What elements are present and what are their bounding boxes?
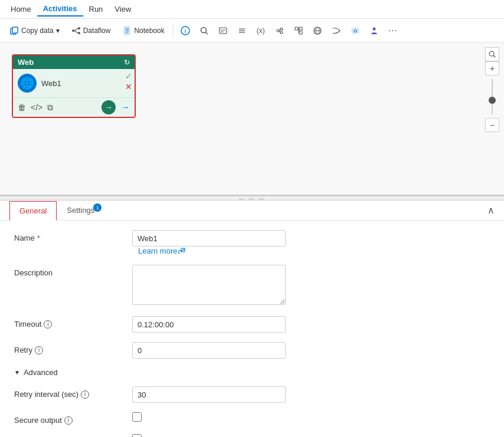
node-delete-icon[interactable]: 🗑: [18, 103, 26, 112]
bottom-panel: General Settings 1 ∧ Name * Learn more: [0, 201, 504, 437]
retry-row: Retry i: [14, 342, 490, 359]
globe-toolbar-icon[interactable]: [309, 22, 326, 39]
node-footer: 🗑 </> ⧉ → →: [13, 97, 135, 117]
description-label: Description: [14, 265, 132, 277]
svg-point-23: [280, 31, 283, 34]
advanced-toggle[interactable]: ▼ Advanced: [14, 368, 490, 377]
teams-toolbar-icon[interactable]: [366, 22, 382, 39]
secure-output-info-icon[interactable]: i: [64, 416, 73, 425]
name-input[interactable]: [132, 230, 286, 247]
stream-toolbar-icon[interactable]: [328, 22, 345, 39]
secure-input-control: [132, 434, 490, 437]
tab-general[interactable]: General: [9, 201, 57, 221]
retry-control: [132, 342, 490, 359]
zoom-slider[interactable]: [492, 77, 493, 117]
node-copy-icon[interactable]: ⧉: [47, 103, 53, 113]
timeout-info-icon[interactable]: i: [44, 320, 52, 328]
collapse-panel-button[interactable]: ∧: [487, 205, 495, 216]
info-toolbar-icon[interactable]: i: [177, 22, 194, 39]
svg-point-2: [72, 29, 74, 32]
retry-interval-input[interactable]: [132, 386, 286, 403]
svg-line-5: [74, 28, 78, 31]
secure-output-label: Secure output i: [14, 412, 132, 425]
name-row: Name * Learn more: [14, 230, 490, 255]
branch-toolbar-icon[interactable]: [290, 22, 307, 39]
timeout-input[interactable]: [132, 316, 286, 333]
copy-data-button[interactable]: Copy data ▾: [5, 24, 64, 38]
node-side-arrow[interactable]: →: [120, 102, 130, 113]
svg-point-3: [78, 27, 80, 29]
node-web-icon: 🌐: [18, 74, 37, 93]
node-body: 🌐 Web1: [13, 69, 125, 97]
notebook-icon: [122, 26, 132, 35]
menu-home[interactable]: Home: [5, 2, 37, 16]
menu-activities[interactable]: Activities: [37, 2, 83, 17]
svg-line-41: [181, 248, 185, 252]
svg-point-21: [277, 29, 279, 32]
zoom-plus-button[interactable]: +: [485, 61, 499, 75]
svg-rect-28: [299, 31, 302, 34]
retry-interval-info-icon[interactable]: i: [81, 390, 89, 399]
description-control: [132, 265, 490, 307]
tab-settings[interactable]: Settings 1: [57, 201, 104, 220]
retry-interval-row: Retry interval (sec) i: [14, 386, 490, 403]
outlook-toolbar-icon[interactable]: O: [347, 22, 364, 39]
svg-text:O: O: [354, 28, 357, 34]
variable-toolbar-icon[interactable]: (x): [253, 22, 269, 39]
text-toolbar-icon[interactable]: [215, 22, 231, 39]
notebook-button[interactable]: Notebook: [117, 24, 169, 38]
list-toolbar-icon[interactable]: [234, 22, 250, 39]
node-header-refresh-icon: ↻: [124, 58, 130, 67]
svg-point-13: [201, 27, 206, 32]
secure-input-checkbox[interactable]: [132, 434, 142, 437]
svg-point-38: [489, 51, 494, 56]
zoom-minus-button[interactable]: −: [485, 118, 499, 132]
svg-line-6: [74, 31, 78, 33]
node-check-icon[interactable]: ✓: [125, 71, 132, 81]
node-code-icon[interactable]: </>: [31, 103, 42, 112]
svg-line-25: [279, 31, 280, 32]
dataflow-button[interactable]: Dataflow: [67, 24, 116, 38]
timeout-row: Timeout i: [14, 316, 490, 333]
zoom-track: [492, 79, 493, 114]
svg-line-39: [493, 55, 495, 57]
secure-output-row: Secure output i: [14, 412, 490, 425]
zoom-controls: + −: [485, 47, 499, 132]
menu-view[interactable]: View: [109, 2, 137, 16]
retry-input[interactable]: [132, 342, 286, 359]
settings-badge: 1: [93, 203, 102, 212]
retry-info-icon[interactable]: i: [35, 346, 43, 354]
external-link-icon: [178, 248, 185, 255]
secure-input-label: Secure input i: [14, 434, 132, 437]
menu-run[interactable]: Run: [83, 2, 109, 16]
copy-data-dropdown-icon: ▾: [56, 27, 60, 35]
panel-divider[interactable]: — — —: [0, 196, 504, 201]
retry-label: Retry i: [14, 342, 132, 354]
description-row: Description: [14, 265, 490, 307]
tabs-row: General Settings 1 ∧: [0, 201, 504, 221]
link-toolbar-icon[interactable]: [271, 22, 288, 39]
toolbar-divider-1: [173, 24, 174, 38]
node-run-arrow[interactable]: →: [102, 100, 116, 114]
timeout-control: [132, 316, 490, 333]
svg-rect-15: [220, 28, 227, 34]
search-toolbar-icon[interactable]: [196, 22, 212, 39]
copy-icon: [9, 26, 19, 35]
dataflow-icon: [71, 26, 81, 35]
form-area: Name * Learn more Description: [0, 221, 504, 437]
node-status-icons: ✓ ✕: [125, 69, 135, 97]
learn-more-link[interactable]: Learn more: [138, 247, 490, 255]
advanced-chevron-icon: ▼: [14, 369, 20, 376]
svg-rect-27: [299, 27, 302, 30]
search-zoom-icon[interactable]: [485, 47, 499, 61]
description-input[interactable]: [132, 265, 286, 305]
node-x-icon[interactable]: ✕: [125, 82, 132, 91]
retry-interval-label: Retry interval (sec) i: [14, 386, 132, 399]
secure-output-checkbox[interactable]: [132, 412, 142, 422]
more-toolbar-icon[interactable]: ···: [385, 22, 401, 39]
secure-input-row: Secure input i: [14, 434, 490, 437]
svg-line-24: [279, 29, 280, 31]
menu-bar: Home Activities Run View: [0, 0, 504, 19]
activity-node: Web ↻ 🌐 Web1 ✓ ✕ 🗑 </> ⧉ → →: [12, 54, 136, 118]
svg-text:i: i: [185, 28, 186, 34]
